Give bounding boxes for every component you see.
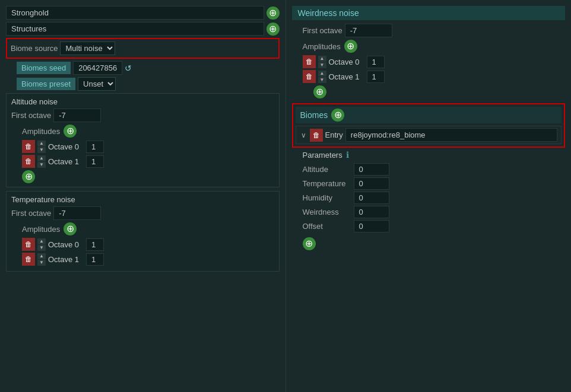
structures-label: Structures xyxy=(6,22,264,36)
refresh-icon[interactable]: ↺ xyxy=(125,63,132,73)
weirdness-param-value: 0 xyxy=(354,206,389,218)
temp-octave1-label: Octave 1 xyxy=(48,255,84,264)
temp-octave0-arrows: ▲ ▼ xyxy=(37,238,46,251)
stronghold-row: Stronghold ⊕ xyxy=(6,6,280,20)
params-label: Parameters xyxy=(303,151,342,160)
temperature-param-row: Temperature 0 xyxy=(303,177,566,190)
altitude-octave0-label: Octave 0 xyxy=(48,142,84,151)
temp-octave1-row: 🗑 ▲ ▼ Octave 1 1 xyxy=(22,253,274,266)
biomes-seed-value: 206427856 xyxy=(73,61,122,75)
entry-label: Entry xyxy=(325,130,343,139)
altitude-noise-section: Altitude noise First octave -7 Amplitude… xyxy=(6,93,280,187)
biomes-section-label: Biomes xyxy=(300,110,328,120)
weirdness-octave1-up-btn[interactable]: ▲ xyxy=(318,71,326,77)
altitude-octave0-arrows: ▲ ▼ xyxy=(37,141,46,153)
weirdness-octave1-label: Octave 1 xyxy=(329,72,364,81)
humidity-param-label: Humidity xyxy=(303,193,350,202)
right-panel: Weirdness noise First octave -7 Amplitud… xyxy=(286,0,572,392)
temp-amplitudes-row: Amplitudes ⊕ xyxy=(22,222,274,235)
weirdness-amplitudes-label: Amplitudes xyxy=(303,42,341,51)
temp-octave1-value: 1 xyxy=(86,253,104,266)
temp-octave1-down-btn[interactable]: ▼ xyxy=(37,260,46,266)
temperature-param-value: 0 xyxy=(354,177,389,190)
altitude-amplitudes-row: Amplitudes ⊕ xyxy=(22,125,274,138)
temp-octave1-arrows: ▲ ▼ xyxy=(37,253,46,266)
weirdness-octave-add-button[interactable]: ⊕ xyxy=(313,85,326,98)
weirdness-amplitudes-add-button[interactable]: ⊕ xyxy=(344,40,357,53)
temp-first-octave-value: -7 xyxy=(53,206,101,220)
temp-octave1-delete-button[interactable]: 🗑 xyxy=(22,253,35,266)
info-icon: ℹ xyxy=(346,150,349,160)
weirdness-param-label: Weirdness xyxy=(303,208,350,216)
offset-param-label: Offset xyxy=(303,222,350,231)
altitude-octave1-label: Octave 1 xyxy=(48,157,84,166)
altitude-octave1-value: 1 xyxy=(86,155,104,168)
altitude-octave0-row: 🗑 ▲ ▼ Octave 0 1 xyxy=(22,140,274,153)
weirdness-octave1-value: 1 xyxy=(367,71,385,83)
weirdness-octave0-up-btn[interactable]: ▲ xyxy=(318,56,326,62)
biomes-seed-row: Biomes seed 206427856 ↺ xyxy=(17,61,280,75)
entry-value: re8joymod:re8_biome xyxy=(345,128,557,142)
weirdness-octave0-delete-button[interactable]: 🗑 xyxy=(303,55,316,68)
altitude-first-octave-row: First octave -7 xyxy=(11,109,274,122)
biomes-seed-label: Biomes seed xyxy=(17,62,71,74)
altitude-octave1-up-btn[interactable]: ▲ xyxy=(37,155,46,161)
altitude-octave0-up-btn[interactable]: ▲ xyxy=(37,141,46,146)
offset-param-row: Offset 0 xyxy=(303,220,566,232)
weirdness-param-row: Weirdness 0 xyxy=(303,206,566,218)
weirdness-first-octave-row: First octave -7 xyxy=(303,24,566,37)
altitude-first-octave-value: -7 xyxy=(53,109,101,122)
altitude-first-octave-label: First octave xyxy=(11,111,51,120)
weirdness-octave0-row: 🗑 ▲ ▼ Octave 0 1 xyxy=(303,55,566,68)
weirdness-octave1-delete-button[interactable]: 🗑 xyxy=(303,70,316,83)
biomes-preset-row: Biomes preset Unset xyxy=(17,77,280,91)
altitude-param-label: Altitude xyxy=(303,165,350,174)
weirdness-octave1-arrows: ▲ ▼ xyxy=(318,71,326,83)
structures-add-button[interactable]: ⊕ xyxy=(267,23,280,36)
weirdness-octave0-value: 1 xyxy=(367,56,385,68)
weirdness-amplitudes-row: Amplitudes ⊕ xyxy=(303,40,566,53)
temperature-param-label: Temperature xyxy=(303,179,350,188)
temp-octave0-down-btn[interactable]: ▼ xyxy=(37,245,46,251)
params-add-button[interactable]: ⊕ xyxy=(303,237,316,250)
altitude-param-value: 0 xyxy=(354,163,389,176)
weirdness-octave1-row: 🗑 ▲ ▼ Octave 1 1 xyxy=(303,70,566,83)
entry-chevron-button[interactable]: ∨ xyxy=(300,131,307,139)
weirdness-octave1-down-btn[interactable]: ▼ xyxy=(318,77,326,83)
left-panel: Stronghold ⊕ Structures ⊕ Biome source M… xyxy=(0,0,286,392)
parameters-section: Parameters ℹ Altitude 0 Temperature 0 Hu… xyxy=(303,150,566,232)
altitude-octave1-down-btn[interactable]: ▼ xyxy=(37,162,46,168)
weirdness-noise-title: Weirdness noise xyxy=(292,6,566,20)
entry-delete-button[interactable]: 🗑 xyxy=(310,129,323,142)
biome-source-select[interactable]: Multi noise xyxy=(60,42,115,55)
weirdness-octave0-label: Octave 0 xyxy=(329,58,364,66)
temp-octave0-value: 1 xyxy=(86,238,104,251)
temperature-noise-section: Temperature noise First octave -7 Amplit… xyxy=(6,191,280,272)
weirdness-octave0-down-btn[interactable]: ▼ xyxy=(318,62,326,68)
temp-octave0-delete-button[interactable]: 🗑 xyxy=(22,238,35,251)
humidity-param-row: Humidity 0 xyxy=(303,192,566,204)
offset-param-value: 0 xyxy=(354,220,389,232)
stronghold-add-button[interactable]: ⊕ xyxy=(267,7,280,20)
altitude-octave0-down-btn[interactable]: ▼ xyxy=(37,147,46,153)
temp-octave0-label: Octave 0 xyxy=(48,240,84,249)
altitude-amplitudes-add-button[interactable]: ⊕ xyxy=(64,125,77,138)
altitude-octave-add-button[interactable]: ⊕ xyxy=(22,170,35,183)
altitude-octave1-arrows: ▲ ▼ xyxy=(37,155,46,168)
temp-octave1-up-btn[interactable]: ▲ xyxy=(37,253,46,259)
humidity-param-value: 0 xyxy=(354,192,389,204)
biome-source-label: Biome source xyxy=(11,44,58,53)
stronghold-label: Stronghold xyxy=(6,6,264,20)
weirdness-first-octave-value: -7 xyxy=(345,24,392,37)
weirdness-octave0-arrows: ▲ ▼ xyxy=(318,56,326,68)
biomes-section: Biomes ⊕ ∨ 🗑 Entry re8joymod:re8_biome xyxy=(292,103,566,148)
altitude-octave1-delete-button[interactable]: 🗑 xyxy=(22,155,35,168)
altitude-octave0-delete-button[interactable]: 🗑 xyxy=(22,140,35,153)
altitude-param-row: Altitude 0 xyxy=(303,163,566,176)
temp-first-octave-label: First octave xyxy=(11,209,51,218)
weirdness-first-octave-label: First octave xyxy=(303,26,342,35)
temp-amplitudes-add-button[interactable]: ⊕ xyxy=(64,222,77,235)
temp-octave0-up-btn[interactable]: ▲ xyxy=(37,238,46,244)
biomes-add-button[interactable]: ⊕ xyxy=(331,109,344,122)
biomes-preset-select[interactable]: Unset xyxy=(78,77,116,91)
